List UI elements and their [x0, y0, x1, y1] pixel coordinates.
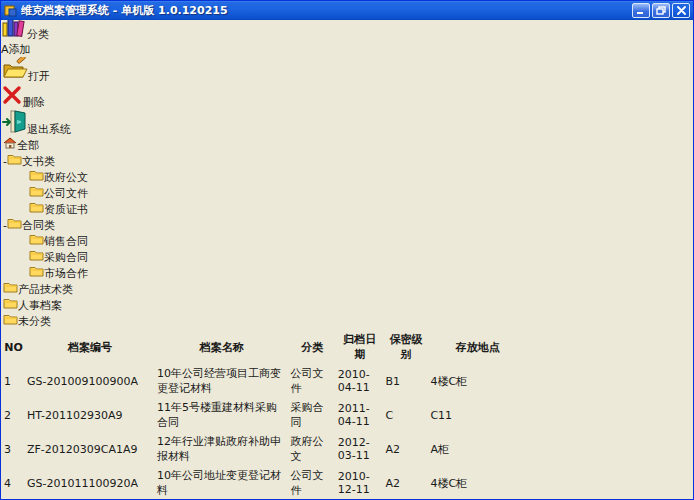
tree-item-label: 采购合同 [44, 251, 88, 264]
toolbar-button-label: 添加 [9, 43, 31, 56]
toolbar: 分类A添加打开删除退出系统 [1, 16, 693, 137]
column-header-5[interactable]: 保密级别 [384, 331, 427, 363]
tree-item-documents[interactable]: -文书类 [1, 153, 693, 169]
minimize-button[interactable] [632, 3, 650, 18]
cell: 2 [3, 399, 24, 431]
cell: 公司文件 [290, 365, 335, 397]
exit-door-icon [1, 123, 27, 136]
folder-icon [7, 155, 22, 168]
app-window: 维克档案管理系统 - 单机版 1.0.120215 文件(F)编辑(E)视图(V… [0, 0, 694, 500]
cell: 12年行业津贴政府补助申报材料 [156, 433, 288, 465]
toolbar-button-add[interactable]: A添加 [1, 42, 693, 57]
column-header-0[interactable]: NO [3, 331, 24, 363]
cell: 4 [3, 467, 24, 499]
archive-table: NO档案编号档案名称分类归档日期保密级别存放地点1GS-201009100900… [1, 329, 528, 500]
cell: 11年5号楼重建材料采购合同 [156, 399, 288, 431]
title-bar[interactable]: 维克档案管理系统 - 单机版 1.0.120215 [1, 1, 693, 20]
toolbar-button-exit[interactable]: 退出系统 [1, 110, 693, 137]
tree-item-label: 销售合同 [44, 235, 88, 248]
tree-item-unclassified[interactable]: 未分类 [1, 313, 693, 329]
archive-row[interactable]: 1GS-201009100900A10年公司经营项目工商变更登记材料公司文件20… [3, 365, 526, 397]
cell: A2 [384, 467, 427, 499]
open-folder-icon [1, 70, 28, 83]
cell: GS-201009100900A [26, 365, 154, 397]
books-icon [1, 28, 27, 41]
folder-icon [29, 267, 44, 280]
cell: 10年公司地址变更登记材料 [156, 467, 288, 499]
tree-item-contracts[interactable]: -合同类 [1, 217, 693, 233]
toolbar-button-delete[interactable]: 删除 [1, 84, 693, 110]
tree-item-qualification[interactable]: 资质证书 [1, 201, 693, 217]
tree-item-purchase[interactable]: 采购合同 [1, 249, 693, 265]
red-x-icon [1, 96, 23, 109]
cell: C11 [429, 399, 526, 431]
column-header-3[interactable]: 分类 [290, 331, 335, 363]
toolbar-button-open[interactable]: 打开 [1, 57, 693, 84]
cell: A2 [384, 433, 427, 465]
column-header-2[interactable]: 档案名称 [156, 331, 288, 363]
tree-item-label: 公司文件 [44, 187, 88, 200]
folder-icon [29, 187, 44, 200]
column-header-1[interactable]: 档案编号 [26, 331, 154, 363]
window-title: 维克档案管理系统 - 单机版 1.0.120215 [21, 3, 630, 18]
tree-item-all[interactable]: 全部 [1, 137, 693, 153]
archive-row[interactable]: 3ZF-20120309CA1A912年行业津贴政府补助申报材料政府公文2012… [3, 433, 526, 465]
toolbar-button-label: 退出系统 [27, 123, 71, 136]
cell: 3 [3, 433, 24, 465]
tree-item-label: 资质证书 [44, 203, 88, 216]
folder-icon [3, 299, 18, 312]
cell: 政府公文 [290, 433, 335, 465]
cell: 1 [3, 365, 24, 397]
cell: 4楼C柜 [429, 365, 526, 397]
toolbar-button-label: 删除 [23, 96, 45, 109]
toolbar-button-label: 分类 [27, 28, 49, 41]
toolbar-button-label: 打开 [28, 70, 50, 83]
tree-item-label: 合同类 [22, 219, 55, 232]
cell: 4楼C柜 [429, 467, 526, 499]
cell: 2010-12-11 [337, 467, 383, 499]
cell: 2012-03-11 [337, 433, 383, 465]
tree-item-hr-archive[interactable]: 人事档案 [1, 297, 693, 313]
folder-icon [7, 219, 22, 232]
folder-icon [29, 203, 44, 216]
tree-item-label: 政府公文 [44, 171, 88, 184]
category-tree: 全部-文书类政府公文公司文件资质证书-合同类销售合同采购合同市场合作产品技术类人… [1, 137, 693, 329]
tree-item-label: 全部 [17, 139, 39, 152]
cell: 采购合同 [290, 399, 335, 431]
tree-item-company-doc[interactable]: 公司文件 [1, 185, 693, 201]
cell: 2011-04-11 [337, 399, 383, 431]
tree-item-product-tech[interactable]: 产品技术类 [1, 281, 693, 297]
cell: ZF-20120309CA1A9 [26, 433, 154, 465]
archive-table-panel[interactable]: NO档案编号档案名称分类归档日期保密级别存放地点1GS-201009100900… [1, 329, 693, 500]
column-header-6[interactable]: 存放地点 [429, 331, 526, 363]
folder-icon [3, 283, 18, 296]
tree-item-label: 市场合作 [44, 267, 88, 280]
close-button[interactable] [672, 3, 690, 18]
letter-a-icon: A [1, 43, 9, 56]
cell: C [384, 399, 427, 431]
app-icon [4, 4, 17, 17]
cell: GS-201011100920A [26, 467, 154, 499]
tree-item-market-coop[interactable]: 市场合作 [1, 265, 693, 281]
cell: 10年公司经营项目工商变更登记材料 [156, 365, 288, 397]
tree-item-label: 文书类 [22, 155, 55, 168]
cell: B1 [384, 365, 427, 397]
cell: 公司文件 [290, 467, 335, 499]
folder-icon [3, 315, 18, 328]
cell: 2010-04-11 [337, 365, 383, 397]
archive-row[interactable]: 4GS-201011100920A10年公司地址变更登记材料公司文件2010-1… [3, 467, 526, 499]
folder-icon [29, 235, 44, 248]
column-header-4[interactable]: 归档日期 [337, 331, 383, 363]
tree-item-label: 人事档案 [18, 299, 62, 312]
restore-button[interactable] [652, 3, 670, 18]
tree-item-label: 产品技术类 [18, 283, 73, 296]
folder-icon [29, 171, 44, 184]
home-icon [3, 139, 17, 152]
cell: A柜 [429, 433, 526, 465]
tree-item-gov-doc[interactable]: 政府公文 [1, 169, 693, 185]
tree-item-label: 未分类 [18, 315, 51, 328]
folder-icon [29, 251, 44, 264]
archive-row[interactable]: 2HT-201102930A911年5号楼重建材料采购合同采购合同2011-04… [3, 399, 526, 431]
cell: HT-201102930A9 [26, 399, 154, 431]
tree-item-sales-contract[interactable]: 销售合同 [1, 233, 693, 249]
